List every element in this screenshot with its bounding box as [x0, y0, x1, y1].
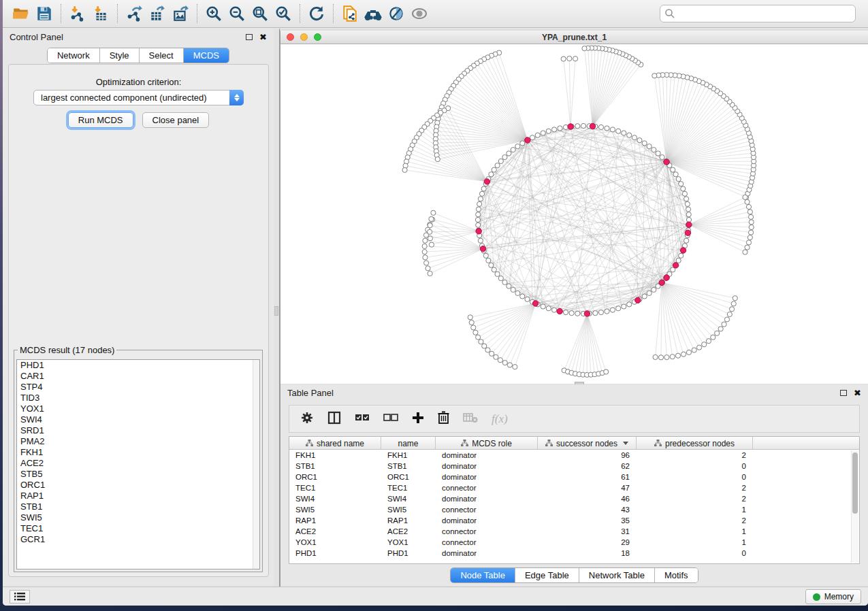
optimization-criterion-label: Optimization criterion: [9, 77, 268, 87]
refresh-icon[interactable] [305, 3, 328, 24]
cell-successor-nodes: 61 [538, 473, 637, 481]
zoom-in-icon[interactable] [202, 3, 225, 24]
cell-predecessor-nodes: 0 [637, 462, 753, 470]
mcds-result-item[interactable]: TID3 [17, 393, 259, 403]
mcds-result-item[interactable]: PHD1 [17, 360, 259, 371]
run-mcds-button[interactable]: Run MCDS [68, 112, 133, 128]
float-table-panel-icon[interactable] [840, 390, 847, 396]
select-all-icon[interactable] [355, 413, 370, 425]
cell-predecessor-nodes: 2 [637, 516, 753, 525]
import-table-icon[interactable] [89, 3, 112, 24]
mcds-result-item[interactable]: STB1 [17, 501, 259, 512]
vertical-splitter[interactable] [274, 29, 280, 587]
tab-network[interactable]: Network [48, 48, 100, 63]
mcds-panel: Optimization criterion: largest connecte… [8, 64, 269, 577]
add-icon[interactable] [412, 412, 424, 427]
task-history-button[interactable] [10, 590, 30, 604]
export-network-icon[interactable] [123, 3, 146, 24]
column-header-shared-name[interactable]: shared name [289, 437, 381, 450]
delete-icon[interactable] [438, 411, 449, 427]
table-row[interactable]: SWI5SWI5connector431 [289, 504, 859, 515]
mcds-result-item[interactable]: SWI4 [17, 414, 259, 425]
criterion-select[interactable]: largest connected component (undirected) [33, 90, 244, 105]
gear-icon[interactable] [300, 411, 314, 427]
mcds-list-scrollbar[interactable] [253, 360, 259, 569]
toolbar-separator [117, 4, 118, 23]
table-row[interactable]: STB1STB1dominator620 [289, 461, 859, 472]
scrollbar-thumb[interactable] [852, 452, 858, 514]
close-panel-button[interactable]: Close panel [142, 112, 210, 128]
network-canvas[interactable] [280, 44, 868, 384]
zoom-selected-icon[interactable] [272, 3, 295, 24]
cell-predecessor-nodes: 1 [637, 527, 753, 535]
table-row[interactable]: PHD1PHD1dominator180 [289, 548, 859, 559]
attribute-icon [306, 440, 313, 447]
binoculars-icon[interactable] [361, 3, 385, 24]
mcds-result-item[interactable]: STB5 [17, 469, 259, 480]
control-panel-tabs: NetworkStyleSelectMCDS [47, 48, 229, 63]
tab-node-table[interactable]: Node Table [451, 568, 515, 582]
mcds-result-item[interactable]: SWI5 [17, 512, 259, 523]
close-table-panel-icon[interactable]: ✖ [854, 388, 861, 398]
mcds-result-item[interactable]: RAP1 [17, 491, 259, 501]
mcds-result-item[interactable]: ACE2 [17, 458, 259, 469]
tab-mcds[interactable]: MCDS [184, 48, 229, 63]
table-panel-title: Table Panel [287, 388, 334, 398]
mcds-result-item[interactable]: GCR1 [17, 534, 259, 545]
export-image-icon[interactable] [169, 3, 192, 24]
deselect-all-icon[interactable] [383, 413, 398, 425]
mcds-result-item[interactable]: STP4 [17, 382, 259, 393]
main-toolbar [3, 0, 868, 28]
cell-name: STB1 [381, 462, 436, 470]
columns-icon[interactable] [327, 411, 341, 427]
mcds-result-item[interactable]: FKH1 [17, 447, 259, 458]
mcds-result-item[interactable]: ORC1 [17, 480, 259, 491]
function-icon: f(x) [492, 412, 508, 426]
table-row[interactable]: RAP1RAP1dominator352 [289, 515, 859, 526]
column-header-predecessor-nodes[interactable]: predecessor nodes [637, 437, 753, 450]
mcds-result-item[interactable]: YOX1 [17, 403, 259, 414]
cell-predecessor-nodes: 2 [637, 451, 753, 459]
mcds-result-item[interactable]: PMA2 [17, 436, 259, 447]
tab-network-table[interactable]: Network Table [579, 568, 655, 582]
tab-motifs[interactable]: Motifs [655, 568, 698, 582]
mcds-result-item[interactable]: TEC1 [17, 523, 259, 534]
column-header-MCDS-role[interactable]: MCDS role [436, 437, 538, 450]
open-file-icon[interactable] [10, 3, 33, 24]
import-network-icon[interactable] [66, 3, 89, 24]
control-panel-title: Control Panel [10, 32, 63, 42]
cell-predecessor-nodes: 2 [637, 495, 753, 503]
close-panel-icon[interactable]: ✖ [259, 32, 267, 42]
mcds-result-item[interactable]: CAR1 [17, 371, 259, 382]
tab-edge-table[interactable]: Edge Table [515, 568, 579, 582]
tab-style[interactable]: Style [100, 48, 140, 63]
table-row[interactable]: YOX1YOX1connector291 [289, 537, 859, 548]
column-header-name[interactable]: name [381, 437, 436, 450]
search-input[interactable] [660, 5, 856, 22]
table-row[interactable]: ACE2ACE2connector311 [289, 526, 859, 537]
network-window-titlebar[interactable]: YPA_prune.txt_1 [280, 31, 868, 44]
list-icon [14, 593, 25, 601]
cell-shared-name: FKH1 [289, 451, 381, 459]
zoom-fit-icon[interactable] [248, 3, 272, 24]
table-row[interactable]: SWI4SWI4dominator462 [289, 493, 859, 504]
table-row[interactable]: FKH1FKH1dominator962 [289, 450, 859, 461]
mcds-result-list[interactable]: PHD1CAR1STP4TID3YOX1SWI4SRD1PMA2FKH1ACE2… [16, 359, 260, 569]
select-stepper-icon [229, 90, 244, 105]
mcds-result-item[interactable]: SRD1 [17, 425, 259, 436]
table-row[interactable]: TEC1TEC1connector472 [289, 482, 859, 493]
splitter-handle[interactable] [274, 306, 278, 316]
save-session-icon[interactable] [33, 3, 56, 24]
table-scrollbar[interactable] [851, 450, 858, 563]
column-header-successor-nodes[interactable]: successor nodes [538, 437, 637, 450]
export-table-icon[interactable] [146, 3, 169, 24]
zoom-out-icon[interactable] [225, 3, 248, 24]
show-visualization-icon[interactable] [408, 3, 431, 24]
float-panel-icon[interactable] [246, 34, 253, 40]
memory-button[interactable]: Memory [805, 589, 861, 604]
mcds-result-group: MCDS result (17 nodes) PHD1CAR1STP4TID3Y… [14, 345, 263, 572]
hide-visualization-icon[interactable] [385, 3, 408, 24]
tab-select[interactable]: Select [140, 48, 184, 63]
table-row[interactable]: ORC1ORC1dominator610 [289, 472, 859, 482]
clone-network-icon[interactable] [338, 3, 361, 24]
